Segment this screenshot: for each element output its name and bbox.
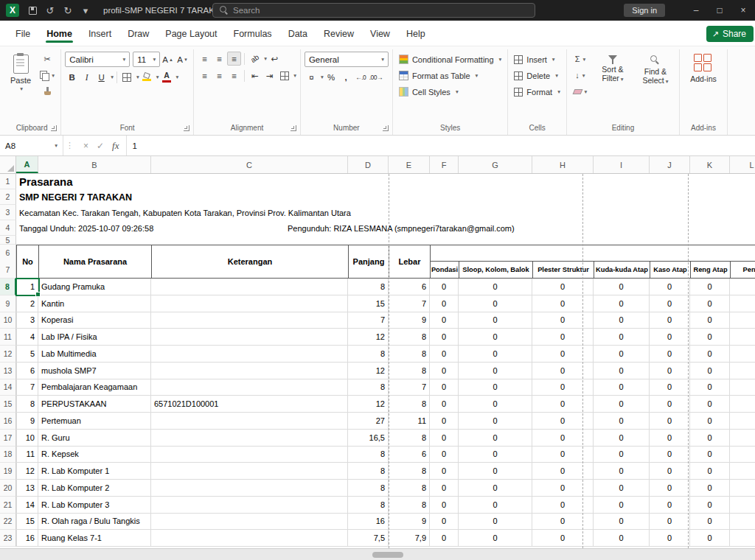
cell-B11[interactable]: Lab IPA / Fisika	[38, 329, 151, 346]
cell-F10[interactable]: 0	[430, 312, 459, 329]
cell-A20[interactable]: 13	[16, 480, 38, 497]
menu-tab-data[interactable]: Data	[280, 24, 316, 46]
cell-L16[interactable]	[730, 413, 755, 430]
add-ins-button[interactable]: Add-ins	[683, 52, 723, 85]
header-cond-J[interactable]: Kaso Atap	[650, 261, 691, 279]
row-header-23[interactable]: 23	[0, 530, 16, 547]
cell-B13[interactable]: mushola SMP7	[38, 363, 151, 379]
number-dialog-launcher-icon[interactable]	[383, 125, 389, 131]
font-size-select[interactable]: 11▾	[133, 52, 160, 67]
cell-J10[interactable]: 0	[650, 312, 690, 329]
cell-E11[interactable]: 8	[389, 329, 430, 346]
paste-button[interactable]: Paste ▾	[7, 52, 35, 94]
cell-J16[interactable]: 0	[650, 413, 690, 430]
cell-G19[interactable]: 0	[459, 463, 532, 480]
formula-input[interactable]: 1	[127, 136, 755, 155]
cell-C13[interactable]	[151, 363, 348, 379]
cell-F18[interactable]: 0	[430, 447, 459, 463]
cell-K16[interactable]: 0	[690, 413, 730, 430]
cell-L17[interactable]	[730, 430, 755, 447]
cell-K21[interactable]: 0	[690, 497, 730, 514]
row-header-20[interactable]: 20	[0, 480, 16, 497]
cell-K11[interactable]: 0	[690, 329, 730, 346]
decrease-decimal-button[interactable]: .00→	[369, 70, 383, 84]
cell-F12[interactable]: 0	[430, 346, 459, 363]
header-main-B[interactable]: Nama Prasarana	[38, 245, 152, 279]
center-button[interactable]: ≡	[212, 69, 226, 83]
cell-D21[interactable]: 8	[348, 497, 389, 514]
sort-filter-button[interactable]: Sort & Filter▾	[593, 52, 633, 85]
cell-J21[interactable]: 0	[650, 497, 690, 514]
cell-E21[interactable]: 8	[389, 497, 430, 514]
comma-style-button[interactable]: ,	[339, 70, 353, 84]
font-name-select[interactable]: Calibri▾	[65, 52, 130, 67]
cell-F8[interactable]: 0	[430, 279, 459, 295]
cancel-formula-icon[interactable]: ×	[83, 141, 88, 151]
cell-J13[interactable]: 0	[650, 363, 690, 379]
merge-center-button[interactable]	[277, 69, 291, 83]
row-3-cells[interactable]: Kecamatan Kec. Tarakan Tengah, Kabupaten…	[16, 205, 755, 220]
cell-D20[interactable]: 8	[348, 480, 389, 497]
cell-C16[interactable]	[151, 413, 348, 430]
cell-I10[interactable]: 0	[594, 312, 650, 329]
cell-A21[interactable]: 14	[16, 497, 38, 514]
clipboard-dialog-launcher-icon[interactable]	[51, 125, 57, 131]
cell-I20[interactable]: 0	[594, 480, 650, 497]
cell-G21[interactable]: 0	[459, 497, 532, 514]
cell-F19[interactable]: 0	[430, 463, 459, 480]
cell-L14[interactable]	[730, 379, 755, 396]
cell-I17[interactable]: 0	[594, 430, 650, 447]
cell-E16[interactable]: 11	[389, 413, 430, 430]
row-header-3[interactable]: 3	[0, 205, 16, 220]
row-header-17[interactable]: 17	[0, 430, 16, 447]
cell-F21[interactable]: 0	[430, 497, 459, 514]
cell-G10[interactable]: 0	[459, 312, 532, 329]
cell-D13[interactable]: 12	[348, 363, 389, 379]
cell-J12[interactable]: 0	[650, 346, 690, 363]
cell-E15[interactable]: 8	[389, 396, 430, 413]
cell-B10[interactable]: Koperasi	[38, 312, 151, 329]
cell-A8[interactable]: 1	[16, 279, 38, 295]
cell-B17[interactable]: R. Guru	[38, 430, 151, 447]
cell-H17[interactable]: 0	[532, 430, 594, 447]
cell-J19[interactable]: 0	[650, 463, 690, 480]
cell-I22[interactable]: 0	[594, 514, 650, 531]
cell-H8[interactable]: 0	[532, 279, 594, 295]
cell-C20[interactable]	[151, 480, 348, 497]
cell-L8[interactable]	[730, 279, 755, 295]
cell-H12[interactable]: 0	[532, 346, 594, 363]
cell-L21[interactable]	[730, 497, 755, 514]
cell-A17[interactable]: 10	[16, 430, 38, 447]
cell-C8[interactable]	[151, 279, 348, 295]
cell-A13[interactable]: 6	[16, 363, 38, 379]
row-header-5[interactable]: 5	[0, 236, 16, 245]
cell-J9[interactable]: 0	[650, 295, 690, 312]
cell-H15[interactable]: 0	[532, 396, 594, 413]
increase-indent-button[interactable]: ⇥	[262, 69, 276, 83]
sign-in-button[interactable]: Sign in	[624, 4, 665, 17]
decrease-indent-button[interactable]: ⇤	[248, 69, 262, 83]
cell-G8[interactable]: 0	[459, 279, 532, 295]
cell-K19[interactable]: 0	[690, 463, 730, 480]
cell-I19[interactable]: 0	[594, 463, 650, 480]
fill-color-button[interactable]	[140, 70, 154, 84]
menu-tab-page-layout[interactable]: Page Layout	[157, 24, 225, 46]
row-header-19[interactable]: 19	[0, 463, 16, 480]
cell-I16[interactable]: 0	[594, 413, 650, 430]
horizontal-scrollbar[interactable]	[0, 548, 755, 560]
cell-J18[interactable]: 0	[650, 447, 690, 463]
insert-cells-button[interactable]: Insert▾	[512, 52, 557, 67]
cell-G9[interactable]: 0	[459, 295, 532, 312]
cell-J17[interactable]: 0	[650, 430, 690, 447]
cell-C23[interactable]	[151, 530, 348, 547]
column-header-I[interactable]: I	[594, 156, 650, 173]
cell-G11[interactable]: 0	[459, 329, 532, 346]
cell-B18[interactable]: R. Kepsek	[38, 447, 151, 463]
row-header-13[interactable]: 13	[0, 363, 16, 379]
cell-F15[interactable]: 0	[430, 396, 459, 413]
column-header-E[interactable]: E	[389, 156, 430, 173]
cell-B22[interactable]: R. Olah raga / Bulu Tangkis	[38, 514, 151, 531]
cell-D12[interactable]: 8	[348, 346, 389, 363]
row-header-8[interactable]: 8	[0, 279, 16, 295]
format-as-table-button[interactable]: Format as Table▾	[397, 68, 480, 83]
